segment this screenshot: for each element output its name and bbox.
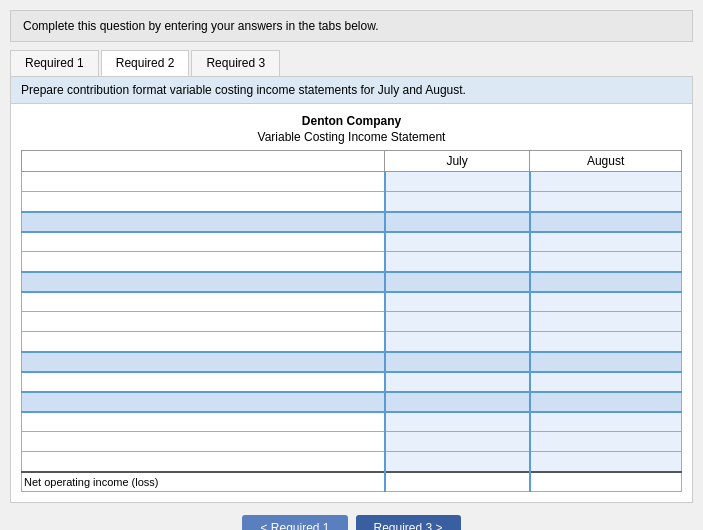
august-input-3[interactable] xyxy=(530,212,682,232)
table-wrapper: Denton Company Variable Costing Income S… xyxy=(11,104,692,502)
august-input-11[interactable] xyxy=(530,372,682,392)
july-input-6[interactable] xyxy=(385,272,530,292)
row-label xyxy=(22,392,385,412)
instruction-bar: Complete this question by entering your … xyxy=(10,10,693,42)
table-row xyxy=(22,372,682,392)
instruction-text: Complete this question by entering your … xyxy=(23,19,379,33)
august-input-7[interactable] xyxy=(530,292,682,312)
statement-title: Variable Costing Income Statement xyxy=(21,130,682,144)
august-input-14[interactable] xyxy=(530,432,682,452)
july-net-operating[interactable] xyxy=(385,472,530,492)
next-button[interactable]: Required 3 > xyxy=(356,515,461,530)
content-area: Prepare contribution format variable cos… xyxy=(10,76,693,503)
august-input-10[interactable] xyxy=(530,352,682,372)
row-label xyxy=(22,432,385,452)
tab-required2[interactable]: Required 2 xyxy=(101,50,190,76)
col-label-header xyxy=(22,151,385,172)
july-input-1[interactable] xyxy=(385,172,530,192)
row-label xyxy=(22,272,385,292)
august-input-5[interactable] xyxy=(530,252,682,272)
company-title: Denton Company xyxy=(21,114,682,128)
august-input-8[interactable] xyxy=(530,312,682,332)
table-row xyxy=(22,252,682,272)
july-input-13[interactable] xyxy=(385,412,530,432)
august-input-6[interactable] xyxy=(530,272,682,292)
table-row xyxy=(22,272,682,292)
table-row xyxy=(22,192,682,212)
table-row xyxy=(22,452,682,472)
august-input-15[interactable] xyxy=(530,452,682,472)
net-operating-row: Net operating income (loss) xyxy=(22,472,682,492)
row-label xyxy=(22,232,385,252)
tab-required3[interactable]: Required 3 xyxy=(191,50,280,76)
col-august-header: August xyxy=(530,151,682,172)
table-row xyxy=(22,232,682,252)
page-wrapper: Complete this question by entering your … xyxy=(0,0,703,530)
july-input-14[interactable] xyxy=(385,432,530,452)
july-input-2[interactable] xyxy=(385,192,530,212)
row-label xyxy=(22,252,385,272)
august-input-12[interactable] xyxy=(530,392,682,412)
july-input-15[interactable] xyxy=(385,452,530,472)
income-table: July August xyxy=(21,150,682,492)
july-input-4[interactable] xyxy=(385,232,530,252)
row-label xyxy=(22,212,385,232)
august-input-4[interactable] xyxy=(530,232,682,252)
table-row xyxy=(22,172,682,192)
row-label xyxy=(22,452,385,472)
row-label xyxy=(22,372,385,392)
bottom-nav: < Required 1 Required 3 > xyxy=(10,515,693,530)
july-input-8[interactable] xyxy=(385,312,530,332)
row-label xyxy=(22,332,385,352)
table-row xyxy=(22,292,682,312)
july-input-10[interactable] xyxy=(385,352,530,372)
tab-required1[interactable]: Required 1 xyxy=(10,50,99,76)
col-july-header: July xyxy=(385,151,530,172)
row-label xyxy=(22,412,385,432)
july-input-7[interactable] xyxy=(385,292,530,312)
july-input-12[interactable] xyxy=(385,392,530,412)
row-label xyxy=(22,172,385,192)
table-row xyxy=(22,432,682,452)
row-label xyxy=(22,352,385,372)
july-input-5[interactable] xyxy=(385,252,530,272)
blue-instruction: Prepare contribution format variable cos… xyxy=(11,77,692,104)
tabs-row: Required 1 Required 2 Required 3 xyxy=(10,50,693,76)
july-input-9[interactable] xyxy=(385,332,530,352)
net-operating-label: Net operating income (loss) xyxy=(22,472,385,492)
row-label xyxy=(22,192,385,212)
table-row xyxy=(22,332,682,352)
august-input-2[interactable] xyxy=(530,192,682,212)
table-row xyxy=(22,312,682,332)
table-row xyxy=(22,352,682,372)
august-input-9[interactable] xyxy=(530,332,682,352)
table-row xyxy=(22,212,682,232)
prev-button[interactable]: < Required 1 xyxy=(242,515,347,530)
august-net-operating[interactable] xyxy=(530,472,682,492)
row-label xyxy=(22,312,385,332)
august-input-13[interactable] xyxy=(530,412,682,432)
row-label xyxy=(22,292,385,312)
table-row xyxy=(22,392,682,412)
july-input-11[interactable] xyxy=(385,372,530,392)
table-row xyxy=(22,412,682,432)
july-input-3[interactable] xyxy=(385,212,530,232)
august-input-1[interactable] xyxy=(530,172,682,192)
